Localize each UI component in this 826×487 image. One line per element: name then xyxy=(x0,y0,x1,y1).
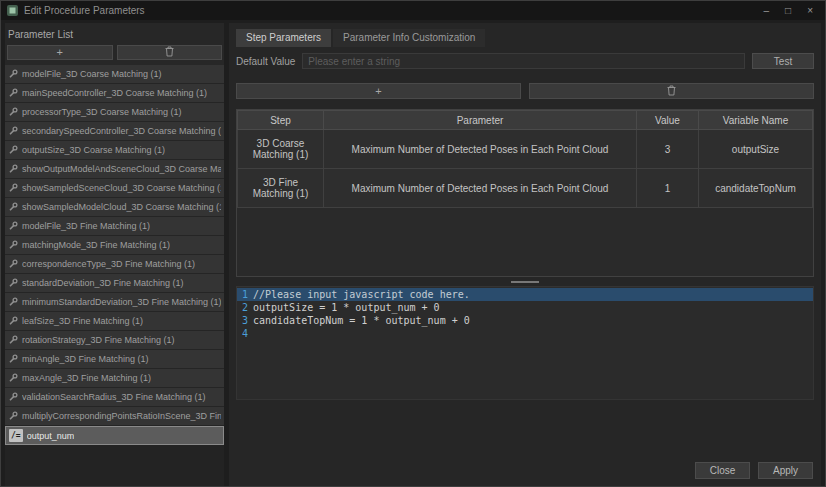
wrench-icon xyxy=(8,297,18,307)
parameter-label: outputSize_3D Coarse Matching (1) xyxy=(22,145,165,155)
parameter-list-item[interactable]: outputSize_3D Coarse Matching (1) xyxy=(5,141,224,160)
default-value-input[interactable] xyxy=(302,53,745,69)
delete-mapping-button[interactable] xyxy=(529,83,814,99)
wrench-icon xyxy=(8,202,18,212)
wrench-icon xyxy=(8,259,18,269)
wrench-icon xyxy=(8,126,18,136)
wrench-icon xyxy=(8,69,18,79)
parameter-mapping-table-area: Step Parameter Value Variable Name 3D Co… xyxy=(236,109,814,277)
parameter-label: showOutputModelAndSceneCloud_3D Coarse M… xyxy=(22,164,221,174)
parameter-list-item[interactable]: maxAngle_3D Fine Matching (1) xyxy=(5,369,224,388)
wrench-icon xyxy=(8,107,18,117)
parameter-list-title: Parameter List xyxy=(5,23,224,45)
parameter-list-item[interactable]: rotationStrategy_3D Fine Matching (1) xyxy=(5,331,224,350)
code-line[interactable]: 1 //Please input javascript code here. xyxy=(237,288,813,301)
cell-step[interactable]: 3D Fine Matching (1) xyxy=(238,169,324,208)
parameter-list-item[interactable]: matchingMode_3D Fine Matching (1) xyxy=(5,236,224,255)
parameter-label: output_num xyxy=(27,431,75,441)
plus-icon: + xyxy=(375,85,381,97)
parameter-list-item[interactable]: showOutputModelAndSceneCloud_3D Coarse M… xyxy=(5,160,224,179)
cell-value[interactable]: 3 xyxy=(637,130,699,169)
parameter-mapping-table: Step Parameter Value Variable Name 3D Co… xyxy=(237,110,813,208)
default-value-label: Default Value xyxy=(236,56,295,67)
parameter-list-item[interactable]: correspondenceType_3D Fine Matching (1) xyxy=(5,255,224,274)
parameter-label: processorType_3D Coarse Matching (1) xyxy=(22,107,182,117)
parameter-list-item[interactable]: validationSearchRadius_3D Fine Matching … xyxy=(5,388,224,407)
dialog-body: Parameter List + xyxy=(1,20,825,486)
close-button[interactable]: Close xyxy=(695,462,750,479)
delete-parameter-button[interactable] xyxy=(117,45,223,60)
cell-parameter[interactable]: Maximum Number of Detected Poses in Each… xyxy=(324,130,637,169)
parameter-label: standardDeviation_3D Fine Matching (1) xyxy=(22,278,184,288)
line-number: 1 xyxy=(237,288,253,301)
window-title: Edit Procedure Parameters xyxy=(24,5,145,16)
parameter-label: modelFile_3D Fine Matching (1) xyxy=(22,221,150,231)
wrench-icon xyxy=(8,316,18,326)
parameter-list-item[interactable]: multiplyCorrespondingPointsRatioInScene_… xyxy=(5,407,224,426)
trash-icon xyxy=(667,85,676,98)
cell-variable-name[interactable]: candidateTopNum xyxy=(699,169,813,208)
parameter-label: validationSearchRadius_3D Fine Matching … xyxy=(22,392,206,402)
parameter-list-item[interactable]: standardDeviation_3D Fine Matching (1) xyxy=(5,274,224,293)
parameter-list-item[interactable]: leafSize_3D Fine Matching (1) xyxy=(5,312,224,331)
parameter-list-toolbar: + xyxy=(5,45,224,65)
apply-button[interactable]: Apply xyxy=(758,462,813,479)
cell-parameter[interactable]: Maximum Number of Detected Poses in Each… xyxy=(324,169,637,208)
parameter-list-panel: Parameter List + xyxy=(5,23,224,486)
parameter-list-item[interactable]: secondarySpeedController_3D Coarse Match… xyxy=(5,122,224,141)
table-row[interactable]: 3D Fine Matching (1) Maximum Number of D… xyxy=(238,169,813,208)
splitter-handle-icon xyxy=(511,281,539,283)
parameter-list-item[interactable]: mainSpeedController_3D Coarse Matching (… xyxy=(5,84,224,103)
tab-bar: Step Parameters Parameter Info Customiza… xyxy=(236,29,814,47)
parameter-label: rotationStrategy_3D Fine Matching (1) xyxy=(22,335,175,345)
wrench-icon xyxy=(8,88,18,98)
cell-variable-name[interactable]: outputSize xyxy=(699,130,813,169)
code-line[interactable]: 4 xyxy=(237,327,813,340)
code-line[interactable]: 2 outputSize = 1 * output_num + 0 xyxy=(237,301,813,314)
parameter-label: correspondenceType_3D Fine Matching (1) xyxy=(22,259,195,269)
formula-icon: /= xyxy=(9,429,23,442)
parameter-list-item[interactable]: processorType_3D Coarse Matching (1) xyxy=(5,103,224,122)
parameter-list-item[interactable]: modelFile_3D Fine Matching (1) xyxy=(5,217,224,236)
parameter-list-item[interactable]: minimumStandardDeviation_3D Fine Matchin… xyxy=(5,293,224,312)
table-row[interactable]: 3D Coarse Matching (1) Maximum Number of… xyxy=(238,130,813,169)
mapping-toolbar: + xyxy=(236,83,814,99)
cell-step[interactable]: 3D Coarse Matching (1) xyxy=(238,130,324,169)
titlebar: Edit Procedure Parameters – □ × xyxy=(1,1,825,20)
minimize-button[interactable]: – xyxy=(764,1,770,20)
splitter[interactable] xyxy=(236,277,814,286)
parameter-list-item[interactable]: showSampledSceneCloud_3D Coarse Matching… xyxy=(5,179,224,198)
tab[interactable]: Parameter Info Customization xyxy=(333,29,485,47)
parameter-label: minAngle_3D Fine Matching (1) xyxy=(22,354,149,364)
parameter-label: secondarySpeedController_3D Coarse Match… xyxy=(22,126,221,136)
parameter-label: matchingMode_3D Fine Matching (1) xyxy=(22,240,170,250)
parameter-list-item[interactable]: /= output_num xyxy=(5,426,224,445)
code-line[interactable]: 3 candidateTopNum = 1 * output_num + 0 xyxy=(237,314,813,327)
close-icon[interactable]: × xyxy=(807,1,813,20)
add-mapping-button[interactable]: + xyxy=(236,83,521,99)
tab-label: Step Parameters xyxy=(246,32,321,43)
add-parameter-button[interactable]: + xyxy=(7,45,113,60)
parameter-label: leafSize_3D Fine Matching (1) xyxy=(22,316,143,326)
parameter-list-item[interactable]: showSampledModelCloud_3D Coarse Matching… xyxy=(5,198,224,217)
maximize-button[interactable]: □ xyxy=(785,1,791,20)
parameter-detail-panel: Step Parameters Parameter Info Customiza… xyxy=(229,23,821,486)
column-header-parameter: Parameter xyxy=(324,111,637,130)
plus-icon: + xyxy=(57,47,63,58)
parameter-label: showSampledSceneCloud_3D Coarse Matching… xyxy=(22,183,221,193)
code-text: //Please input javascript code here. xyxy=(253,288,813,301)
parameter-list-item[interactable]: modelFile_3D Coarse Matching (1) xyxy=(5,65,224,84)
tab[interactable]: Step Parameters xyxy=(236,29,331,47)
parameter-list-item[interactable]: minAngle_3D Fine Matching (1) xyxy=(5,350,224,369)
column-header-value: Value xyxy=(637,111,699,130)
column-header-step: Step xyxy=(238,111,324,130)
cell-value[interactable]: 1 xyxy=(637,169,699,208)
parameter-label: modelFile_3D Coarse Matching (1) xyxy=(22,69,162,79)
parameter-label: mainSpeedController_3D Coarse Matching (… xyxy=(22,88,207,98)
wrench-icon xyxy=(8,221,18,231)
parameter-list[interactable]: modelFile_3D Coarse Matching (1) mainSpe… xyxy=(5,65,224,486)
default-value-row: Default Value Test xyxy=(236,53,814,69)
javascript-code-editor[interactable]: 1 //Please input javascript code here. 2… xyxy=(236,286,814,400)
test-button[interactable]: Test xyxy=(752,53,814,69)
app-icon xyxy=(7,5,18,16)
